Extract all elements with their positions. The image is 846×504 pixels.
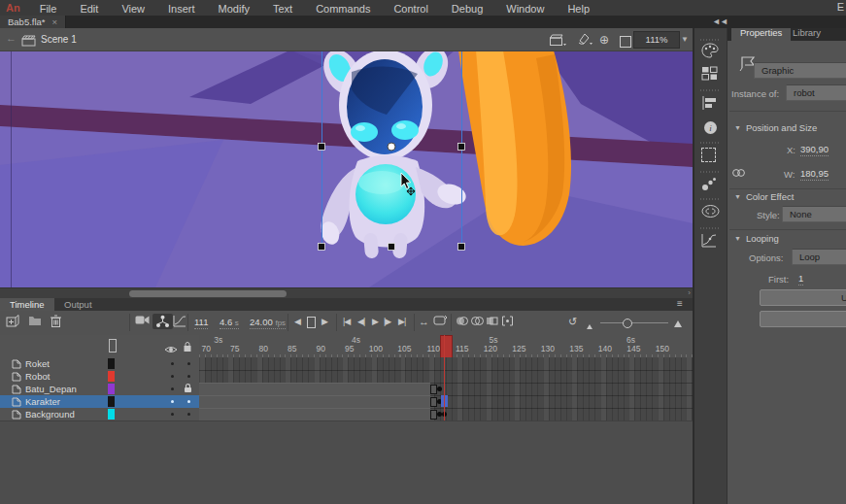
step-back-button[interactable]: ◀| xyxy=(357,317,364,326)
eye-column-icon[interactable] xyxy=(164,341,178,358)
frame-rate-field[interactable]: 24.00 fps xyxy=(250,317,286,329)
layer-row-karakter[interactable]: Karakter xyxy=(0,395,199,409)
frame-row-karakter[interactable] xyxy=(199,395,693,409)
go-to-first-frame-button[interactable]: |◀ xyxy=(343,317,350,326)
zoom-level-select[interactable]: 111% xyxy=(633,31,680,49)
link-width-height-icon[interactable] xyxy=(731,165,746,183)
zoom-in-timeline-icon[interactable] xyxy=(674,319,682,329)
section-color-effect[interactable]: ▼Color Effect xyxy=(734,191,794,202)
symbol-type-select[interactable]: Graphic xyxy=(754,62,846,79)
w-value[interactable]: 180,95 xyxy=(800,168,829,181)
layer-color-swatch[interactable] xyxy=(108,371,115,382)
transform-panel-icon[interactable] xyxy=(701,148,716,166)
layer-visibility-dot[interactable] xyxy=(171,387,174,390)
layer-visibility-dot[interactable] xyxy=(171,413,174,416)
section-position-size[interactable]: ▼Position and Size xyxy=(734,122,817,133)
workspace-switcher[interactable]: E xyxy=(837,1,844,13)
section-looping[interactable]: ▼Looping xyxy=(734,233,779,244)
motion-editor-panel-icon[interactable] xyxy=(701,233,717,252)
frame-row-batu_depan[interactable] xyxy=(199,383,693,396)
frame-row-robot[interactable] xyxy=(199,370,693,384)
current-frame-field[interactable]: 111 xyxy=(194,317,208,329)
center-frame-button[interactable]: ↔ xyxy=(419,316,429,327)
instance-name-field[interactable]: robot xyxy=(786,84,846,101)
keyframe-end-marker[interactable] xyxy=(430,397,437,407)
layer-color-swatch[interactable] xyxy=(108,384,115,394)
menu-item-control[interactable]: Control xyxy=(382,3,439,15)
style-select[interactable]: None xyxy=(782,206,846,222)
center-stage-icon[interactable]: ⊕ xyxy=(599,33,609,47)
step-forward-one-frame-button[interactable]: ▶ xyxy=(321,317,327,326)
elapsed-time-field[interactable]: 4.6 s xyxy=(220,317,239,329)
info-panel-icon[interactable]: i xyxy=(703,120,718,139)
keyframe-marker[interactable] xyxy=(437,386,442,391)
scroll-right-arrow-icon[interactable]: › xyxy=(688,288,691,297)
menu-item-debug[interactable]: Debug xyxy=(440,3,494,15)
back-arrow-icon[interactable]: ← xyxy=(6,32,17,44)
layer-visibility-dot[interactable] xyxy=(171,362,174,365)
menu-item-edit[interactable]: Edit xyxy=(68,3,110,15)
color-panel-icon[interactable] xyxy=(701,43,719,62)
swatches-panel-icon[interactable] xyxy=(701,66,718,84)
layer-lock-dot[interactable] xyxy=(187,413,190,416)
layer-color-swatch[interactable] xyxy=(108,396,115,407)
close-icon[interactable]: × xyxy=(52,17,58,27)
layer-lock-icon[interactable] xyxy=(185,387,191,392)
use-frame-picker-button[interactable]: Use Fra xyxy=(760,289,846,306)
timeline-zoom-slider[interactable] xyxy=(600,322,668,323)
frames-ruler[interactable]: 3s4s5s6s70758085909510010511011512012513… xyxy=(199,335,693,358)
menu-item-insert[interactable]: Insert xyxy=(156,3,207,15)
edit-multiple-frames-button[interactable] xyxy=(486,315,498,327)
layer-outline-column-icon[interactable] xyxy=(109,339,117,353)
layer-lock-dot[interactable] xyxy=(187,362,190,365)
menu-item-window[interactable]: Window xyxy=(494,3,556,15)
layer-row-roket[interactable]: Roket xyxy=(0,357,199,371)
edit-symbols-icon[interactable] xyxy=(577,32,592,50)
chevron-down-icon[interactable]: ▼ xyxy=(681,35,689,44)
timeline-zoom-knob[interactable] xyxy=(623,319,632,328)
playhead-handle[interactable] xyxy=(440,335,453,358)
keyframe-end-marker[interactable] xyxy=(430,385,437,394)
layer-visibility-dot[interactable] xyxy=(171,375,174,378)
frames-grid[interactable] xyxy=(199,357,693,420)
show-parenting-view-button[interactable] xyxy=(152,314,173,329)
first-frame-value[interactable]: 1 xyxy=(798,273,803,286)
menu-item-text[interactable]: Text xyxy=(261,3,304,15)
new-layer-button[interactable] xyxy=(6,315,19,327)
brush-library-panel-icon[interactable] xyxy=(701,177,718,195)
layer-lock-dot[interactable] xyxy=(187,375,190,378)
frame-span[interactable] xyxy=(199,395,430,408)
play-button[interactable]: ▶ xyxy=(372,317,378,326)
new-folder-button[interactable] xyxy=(28,315,42,326)
panel-menu-icon[interactable]: ≡ xyxy=(677,298,683,309)
layer-color-swatch[interactable] xyxy=(108,409,115,420)
onion-skin-outlines-button[interactable] xyxy=(471,315,484,327)
align-panel-icon[interactable] xyxy=(701,95,718,115)
go-to-last-frame-button[interactable]: ▶| xyxy=(398,317,405,326)
layer-lock-dot[interactable] xyxy=(187,400,190,403)
delete-layer-button[interactable] xyxy=(51,315,61,327)
layer-color-swatch[interactable] xyxy=(108,358,115,369)
tab-timeline[interactable]: Timeline xyxy=(0,298,54,311)
tab-output[interactable]: Output xyxy=(54,298,102,311)
menu-item-view[interactable]: View xyxy=(110,3,156,15)
motion-graph-button[interactable] xyxy=(173,315,186,327)
stage-canvas[interactable] xyxy=(0,50,693,287)
menu-item-modify[interactable]: Modify xyxy=(207,3,261,15)
scene-name[interactable]: Scene 1 xyxy=(41,34,77,45)
onion-skin-button[interactable] xyxy=(456,315,468,327)
keyframe-marker[interactable] xyxy=(437,412,442,417)
menu-item-file[interactable]: File xyxy=(28,3,69,15)
modify-markers-button[interactable] xyxy=(501,315,514,327)
loop-options-select[interactable]: Loop xyxy=(792,249,846,265)
collapse-panels-icon[interactable]: ◄◄ xyxy=(712,17,728,26)
camera-button[interactable] xyxy=(135,315,150,325)
layer-visibility-dot[interactable] xyxy=(171,400,174,403)
edit-scene-icon[interactable] xyxy=(550,33,566,50)
cc-libraries-panel-icon[interactable] xyxy=(701,204,720,221)
frame-row-roket[interactable] xyxy=(199,357,693,371)
layer-row-background[interactable]: Background xyxy=(0,408,199,421)
step-back-one-frame-button[interactable]: ◀ xyxy=(294,317,300,326)
frame-span[interactable] xyxy=(199,383,430,395)
reset-timeline-zoom-button[interactable]: ↺ xyxy=(568,316,577,328)
